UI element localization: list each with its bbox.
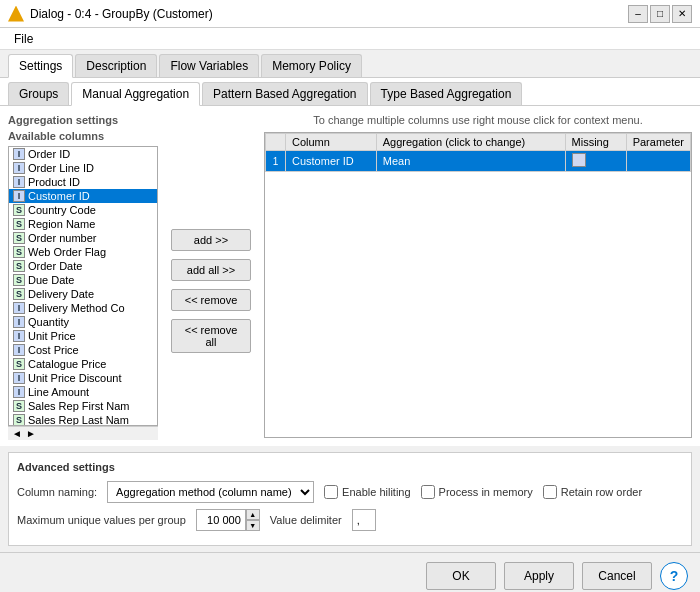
col-name-label: Order number <box>28 232 96 244</box>
advanced-settings-title: Advanced settings <box>17 461 683 473</box>
scroll-right-arrow[interactable]: ► <box>26 428 36 439</box>
spin-up-button[interactable]: ▲ <box>246 509 260 520</box>
list-item[interactable]: IProduct ID <box>9 175 157 189</box>
max-unique-row: Maximum unique values per group 10 000 ▲… <box>17 509 683 531</box>
list-item[interactable]: SDelivery Date <box>9 287 157 301</box>
list-item[interactable]: SCountry Code <box>9 203 157 217</box>
list-item[interactable]: ICustomer ID <box>9 189 157 203</box>
value-delimiter-input[interactable] <box>352 509 376 531</box>
col-type-badge: S <box>13 260 25 272</box>
th-missing: Missing <box>565 134 626 151</box>
list-item[interactable]: SCatalogue Price <box>9 357 157 371</box>
col-name-label: Sales Rep First Nam <box>28 400 129 412</box>
advanced-settings: Advanced settings Column naming: Aggrega… <box>8 452 692 546</box>
col-type-badge: I <box>13 190 25 202</box>
col-name-label: Line Amount <box>28 386 89 398</box>
list-item[interactable]: IUnit Price <box>9 329 157 343</box>
apply-button[interactable]: Apply <box>504 562 574 590</box>
spin-down-button[interactable]: ▼ <box>246 520 260 531</box>
table-header-row: Column Aggregation (click to change) Mis… <box>266 134 691 151</box>
col-type-badge: S <box>13 414 25 426</box>
row-missing-cell[interactable] <box>565 151 626 172</box>
list-item[interactable]: ILine Amount <box>9 385 157 399</box>
add-all-button[interactable]: add all >> <box>171 259 251 281</box>
column-naming-select[interactable]: Aggregation method (column name) Column … <box>107 481 314 503</box>
window-title: Dialog - 0:4 - GroupBy (Customer) <box>30 7 213 21</box>
col-name-label: Catalogue Price <box>28 358 106 370</box>
list-item[interactable]: IUnit Price Discount <box>9 371 157 385</box>
list-item[interactable]: SDue Date <box>9 273 157 287</box>
col-name-label: Region Name <box>28 218 95 230</box>
enable-hiliting-checkbox[interactable] <box>324 485 338 499</box>
row-agg-cell[interactable]: Mean <box>376 151 565 172</box>
col-name-label: Order Line ID <box>28 162 94 174</box>
retain-row-order-checkbox[interactable] <box>543 485 557 499</box>
col-type-badge: S <box>13 204 25 216</box>
window-controls: – □ ✕ <box>628 5 692 23</box>
missing-checkbox[interactable] <box>572 153 586 167</box>
col-name-label: Customer ID <box>28 190 90 202</box>
h-scrollbar[interactable]: ◄ ► <box>8 426 158 440</box>
col-name-label: Cost Price <box>28 344 79 356</box>
tab-pattern-based[interactable]: Pattern Based Aggregation <box>202 82 367 105</box>
col-name-label: Sales Rep Last Nam <box>28 414 129 426</box>
row-num-cell: 1 <box>266 151 286 172</box>
help-button[interactable]: ? <box>660 562 688 590</box>
max-unique-input[interactable]: 10 000 <box>196 509 246 531</box>
available-columns-label: Available columns <box>8 130 158 142</box>
list-item[interactable]: ICost Price <box>9 343 157 357</box>
list-item[interactable]: SOrder number <box>9 231 157 245</box>
row-param-cell <box>626 151 690 172</box>
close-button[interactable]: ✕ <box>672 5 692 23</box>
aggregation-table[interactable]: Column Aggregation (click to change) Mis… <box>264 132 692 438</box>
value-delimiter-label: Value delimiter <box>270 514 342 526</box>
col-name-label: Web Order Flag <box>28 246 106 258</box>
tab-memory-policy[interactable]: Memory Policy <box>261 54 362 77</box>
col-type-badge: I <box>13 316 25 328</box>
tab-flow-variables[interactable]: Flow Variables <box>159 54 259 77</box>
outer-tabs: Settings Description Flow Variables Memo… <box>0 50 700 78</box>
tab-description[interactable]: Description <box>75 54 157 77</box>
th-aggregation: Aggregation (click to change) <box>376 134 565 151</box>
list-item[interactable]: SOrder Date <box>9 259 157 273</box>
menu-bar: File <box>0 28 700 50</box>
tab-type-based[interactable]: Type Based Aggregation <box>370 82 523 105</box>
remove-button[interactable]: << remove <box>171 289 251 311</box>
col-type-badge: S <box>13 246 25 258</box>
scroll-left-arrow[interactable]: ◄ <box>12 428 22 439</box>
list-item[interactable]: IDelivery Method Co <box>9 301 157 315</box>
col-type-badge: S <box>13 400 25 412</box>
menu-file[interactable]: File <box>8 31 39 47</box>
col-type-badge: S <box>13 274 25 286</box>
col-type-badge: I <box>13 148 25 160</box>
list-item[interactable]: SRegion Name <box>9 217 157 231</box>
list-item[interactable]: IOrder ID <box>9 147 157 161</box>
list-item[interactable]: SSales Rep Last Nam <box>9 413 157 426</box>
remove-all-button[interactable]: << remove all <box>171 319 251 353</box>
th-column: Column <box>286 134 377 151</box>
col-type-badge: I <box>13 330 25 342</box>
col-type-badge: I <box>13 302 25 314</box>
available-columns-list[interactable]: IOrder IDIOrder Line IDIProduct IDICusto… <box>8 146 158 426</box>
ok-button[interactable]: OK <box>426 562 496 590</box>
col-name-label: Order ID <box>28 148 70 160</box>
col-type-badge: S <box>13 232 25 244</box>
table-row[interactable]: 1Customer IDMean <box>266 151 691 172</box>
app-icon <box>8 6 24 22</box>
list-item[interactable]: SWeb Order Flag <box>9 245 157 259</box>
maximize-button[interactable]: □ <box>650 5 670 23</box>
right-panel: To change multiple columns use right mou… <box>264 114 692 438</box>
process-in-memory-checkbox[interactable] <box>421 485 435 499</box>
process-in-memory-group: Process in memory <box>421 485 533 499</box>
cancel-button[interactable]: Cancel <box>582 562 652 590</box>
list-item[interactable]: IOrder Line ID <box>9 161 157 175</box>
list-item[interactable]: SSales Rep First Nam <box>9 399 157 413</box>
minimize-button[interactable]: – <box>628 5 648 23</box>
list-item[interactable]: IQuantity <box>9 315 157 329</box>
enable-hiliting-group: Enable hiliting <box>324 485 411 499</box>
tab-manual-aggregation[interactable]: Manual Aggregation <box>71 82 200 106</box>
tab-settings[interactable]: Settings <box>8 54 73 78</box>
tab-groups[interactable]: Groups <box>8 82 69 105</box>
columns-scroll[interactable]: IOrder IDIOrder Line IDIProduct IDICusto… <box>9 147 157 426</box>
add-button[interactable]: add >> <box>171 229 251 251</box>
